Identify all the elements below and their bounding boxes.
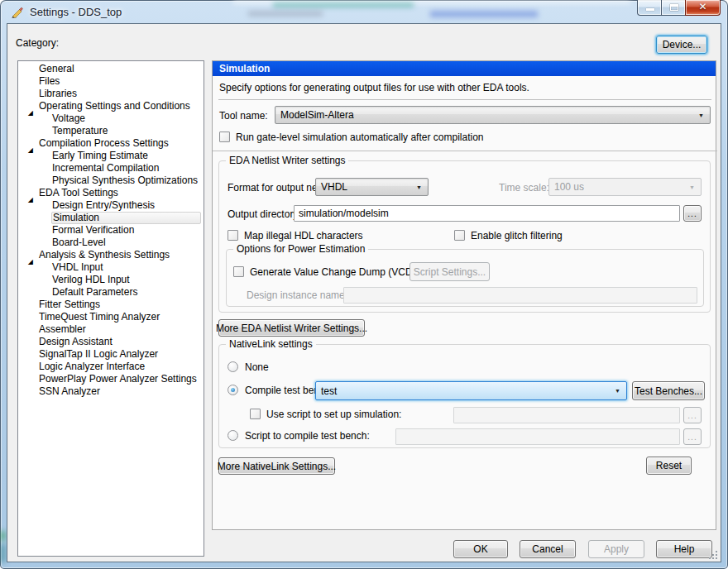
close-button[interactable]: ✕: [685, 0, 721, 16]
tree-item-logic-analyzer-interface[interactable]: Logic Analyzer Interface: [19, 361, 203, 373]
maximize-icon: [670, 4, 678, 11]
output-directory-browse-button[interactable]: ...: [683, 205, 702, 222]
tree-item-vhdl-input[interactable]: VHDL Input: [19, 261, 203, 274]
script-compile-radio[interactable]: [228, 430, 238, 441]
none-label: None: [245, 361, 269, 373]
tree-item-ssn-analyzer[interactable]: SSN Analyzer: [19, 385, 203, 398]
tree-item-formal-verification[interactable]: Formal Verification: [19, 224, 203, 237]
use-script-label: Use script to set up simulation:: [266, 409, 401, 420]
output-directory-input[interactable]: simulation/modelsim: [294, 205, 680, 222]
help-button[interactable]: Help: [656, 540, 712, 558]
device-button[interactable]: Device...: [656, 36, 707, 54]
tree-item-operating-settings-and-conditions[interactable]: ◢Operating Settings and Conditions: [19, 100, 203, 112]
tree-item-design-assistant[interactable]: Design Assistant: [19, 336, 203, 348]
run-gate-level-label: Run gate-level simulation automatically …: [236, 131, 483, 143]
expand-arrow-icon[interactable]: ◢: [28, 144, 33, 156]
more-nativelink-settings-button[interactable]: More NativeLink Settings...: [218, 457, 335, 475]
tree-item-default-parameters[interactable]: Default Parameters: [19, 286, 203, 299]
tree-item-label: Logic Analyzer Interface: [38, 361, 203, 373]
close-icon: ✕: [686, 1, 720, 12]
expand-arrow-icon[interactable]: ◢: [28, 194, 33, 206]
resize-grip[interactable]: [708, 550, 717, 559]
time-scale-combobox: 100 us ▼: [548, 178, 702, 196]
tree-item-general[interactable]: General: [19, 63, 203, 75]
tree-item-timequest-timing-analyzer[interactable]: TimeQuest Timing Analyzer: [19, 311, 203, 323]
tree-item-label: Files: [38, 75, 203, 88]
map-illegal-checkbox[interactable]: [228, 230, 238, 241]
use-script-input: [453, 407, 680, 423]
tree-item-eda-tool-settings[interactable]: ◢EDA Tool Settings: [19, 187, 203, 199]
chevron-down-icon: ▼: [698, 112, 704, 118]
tree-item-label: General: [38, 63, 203, 75]
tree-item-simulation[interactable]: Simulation: [19, 212, 203, 224]
vcd-script-checkbox[interactable]: [233, 266, 244, 277]
tree-item-early-timing-estimate[interactable]: Early Timing Estimate: [19, 150, 203, 162]
titlebar[interactable]: Settings - DDS_top: [0, 0, 728, 23]
output-directory-value: simulation/modelsim: [299, 208, 389, 219]
format-netlist-combobox[interactable]: VHDL ▼: [315, 178, 429, 196]
use-script-checkbox[interactable]: [250, 409, 261, 419]
expand-arrow-icon[interactable]: ◢: [28, 107, 33, 119]
category-label: Category:: [16, 37, 59, 49]
tree-item-label: Compilation Process Settings: [38, 137, 203, 150]
caption-buttons: ✕: [638, 0, 721, 16]
run-gate-level-checkbox[interactable]: [219, 131, 230, 142]
tree-item-label: Verilog HDL Input: [51, 274, 203, 286]
tree-item-signaltap-ii-logic-analyzer[interactable]: SignalTap II Logic Analyzer: [19, 348, 203, 361]
tree-item-board-level[interactable]: Board-Level: [19, 237, 203, 249]
nativelink-group-title: NativeLink settings: [226, 338, 316, 350]
tree-item-label: Default Parameters: [51, 286, 203, 299]
cancel-button[interactable]: Cancel: [520, 540, 576, 558]
glitch-filtering-checkbox[interactable]: [454, 230, 465, 241]
minimize-button[interactable]: [637, 0, 662, 16]
tree-item-label: Fitter Settings: [38, 299, 203, 311]
expand-arrow-icon[interactable]: ◢: [28, 256, 33, 268]
tree-item-physical-synthesis-optimizations[interactable]: Physical Synthesis Optimizations: [19, 175, 203, 187]
test-benches-button[interactable]: Test Benches...: [632, 381, 705, 400]
more-eda-netlist-settings-button[interactable]: More EDA Netlist Writer Settings...: [218, 319, 365, 337]
compile-test-bench-radio[interactable]: [228, 385, 238, 395]
simulation-panel: Simulation Specify options for generatin…: [212, 60, 716, 530]
tree-item-analysis-synthesis-settings[interactable]: ◢Analysis & Synthesis Settings: [19, 249, 203, 261]
script-compile-label: Script to compile test bench:: [245, 430, 370, 442]
tree-item-label: Simulation: [51, 212, 201, 224]
page-title: Simulation: [213, 61, 716, 76]
ok-button[interactable]: OK: [453, 540, 508, 558]
tree-item-label: PowerPlay Power Analyzer Settings: [38, 373, 203, 385]
glitch-filtering-label: Enable glitch filtering: [471, 230, 563, 241]
tree-item-label: Operating Settings and Conditions: [38, 100, 203, 112]
tree-item-label: VHDL Input: [51, 261, 203, 274]
map-illegal-label: Map illegal HDL characters: [244, 230, 363, 241]
tree-item-label: Libraries: [38, 88, 203, 100]
tree-item-powerplay-power-analyzer-settings[interactable]: PowerPlay Power Analyzer Settings: [19, 373, 203, 385]
maximize-button[interactable]: [661, 0, 686, 16]
tree-item-label: Early Timing Estimate: [51, 150, 203, 162]
script-settings-button: Script Settings...: [410, 262, 490, 281]
chevron-down-icon: ▼: [689, 184, 695, 190]
chevron-down-icon: ▼: [416, 184, 422, 190]
reset-button[interactable]: Reset: [646, 457, 692, 475]
tree-item-voltage[interactable]: Voltage: [19, 112, 203, 125]
test-bench-combobox[interactable]: test ▼: [315, 381, 627, 400]
tree-item-label: Voltage: [51, 112, 203, 125]
tree-item-incremental-compilation[interactable]: Incremental Compilation: [19, 162, 203, 175]
minimize-icon: [646, 8, 654, 11]
tree-item-label: TimeQuest Timing Analyzer: [38, 311, 203, 323]
tool-name-combobox[interactable]: ModelSim-Altera ▼: [275, 106, 711, 124]
settings-pencil-icon: [11, 5, 24, 18]
none-radio[interactable]: [228, 361, 238, 372]
tree-item-verilog-hdl-input[interactable]: Verilog HDL Input: [19, 274, 203, 286]
tree-item-fitter-settings[interactable]: Fitter Settings: [19, 299, 203, 311]
tree-item-label: Physical Synthesis Optimizations: [51, 175, 203, 187]
window-title: Settings - DDS_top: [30, 6, 122, 18]
tree-item-compilation-process-settings[interactable]: ◢Compilation Process Settings: [19, 137, 203, 150]
category-tree[interactable]: GeneralFilesLibraries◢Operating Settings…: [17, 60, 204, 557]
separator: [213, 151, 717, 151]
tree-item-assembler[interactable]: Assembler: [19, 323, 203, 336]
tree-item-design-entry-synthesis[interactable]: Design Entry/Synthesis: [19, 199, 203, 212]
tree-item-temperature[interactable]: Temperature: [19, 125, 203, 137]
tree-item-files[interactable]: Files: [19, 75, 203, 88]
design-instance-label: Design instance name:: [247, 289, 347, 301]
apply-button: Apply: [588, 540, 644, 558]
tree-item-libraries[interactable]: Libraries: [19, 88, 203, 100]
